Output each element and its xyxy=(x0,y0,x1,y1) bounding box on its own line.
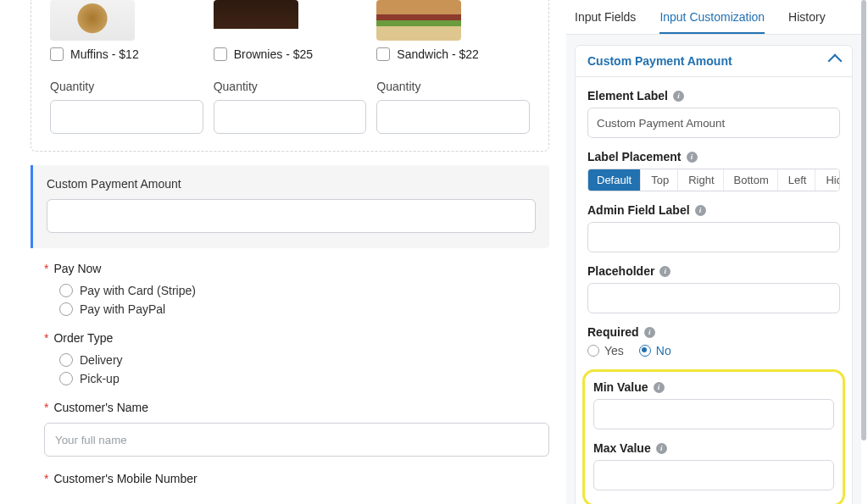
seg-hide-label[interactable]: Hide Label xyxy=(817,169,840,191)
radio-paypal[interactable] xyxy=(59,302,73,316)
product-checkbox[interactable] xyxy=(50,47,64,61)
tab-history[interactable]: History xyxy=(788,10,826,34)
product-card: Brownies - $25 Quantity xyxy=(209,0,372,134)
admin-field-label-input[interactable] xyxy=(587,222,840,252)
product-checkbox[interactable] xyxy=(376,47,390,61)
tab-input-fields[interactable]: Input Fields xyxy=(575,10,636,34)
product-label: Muffins - $12 xyxy=(70,47,139,61)
required-star: * xyxy=(44,331,48,345)
quantity-label: Quantity xyxy=(50,80,203,93)
radio-label: Pay with PayPal xyxy=(80,302,165,316)
required-star: * xyxy=(44,401,48,414)
info-icon[interactable]: i xyxy=(673,91,684,102)
product-label: Brownies - $25 xyxy=(234,47,313,61)
product-image-brownies xyxy=(214,0,298,41)
accordion-custom-payment[interactable]: Custom Payment Amount xyxy=(575,45,853,77)
seg-left[interactable]: Left xyxy=(780,169,816,191)
minmax-highlight: Min Value i Max Value i xyxy=(582,369,845,504)
quantity-input[interactable] xyxy=(214,100,367,134)
quantity-input[interactable] xyxy=(376,100,530,134)
max-value-input[interactable] xyxy=(593,460,834,490)
product-card: Sandwich - $22 Quantity xyxy=(371,0,535,134)
radio-label: Delivery xyxy=(80,353,123,367)
customer-name-label: Customer's Name xyxy=(53,401,148,414)
product-image-sandwich xyxy=(376,0,461,41)
tabs-row: Input Fields Input Customization History xyxy=(566,0,861,35)
label-placement-segmented: Default Top Right Bottom Left Hide Label xyxy=(587,169,840,191)
info-icon[interactable]: i xyxy=(644,327,655,338)
info-icon[interactable]: i xyxy=(695,205,706,216)
custom-payment-input[interactable] xyxy=(47,199,536,233)
radio-label: Pay with Card (Stripe) xyxy=(80,284,196,297)
customer-mobile-label: Customer's Mobile Number xyxy=(53,472,197,485)
admin-field-label-heading: Admin Field Label xyxy=(587,203,690,217)
pay-now-label: Pay Now xyxy=(53,262,101,275)
quantity-label: Quantity xyxy=(376,80,530,93)
custom-payment-title: Custom Payment Amount xyxy=(47,177,536,191)
seg-default[interactable]: Default xyxy=(588,169,641,191)
element-label-heading: Element Label xyxy=(587,89,668,102)
radio-label: Pick-up xyxy=(80,372,120,385)
product-card: Muffins - $12 Quantity xyxy=(45,0,209,134)
min-value-input[interactable] xyxy=(593,399,834,429)
product-image-muffins xyxy=(50,0,135,41)
customer-mobile-section: *Customer's Mobile Number xyxy=(31,472,549,485)
pay-now-section: *Pay Now Pay with Card (Stripe) Pay with… xyxy=(31,262,549,316)
product-checkbox[interactable] xyxy=(214,47,227,61)
settings-panel: Input Fields Input Customization History… xyxy=(566,0,861,504)
products-container: Muffins - $12 Quantity Brownies - $25 Qu… xyxy=(31,0,549,152)
scrollbar[interactable] xyxy=(861,0,866,440)
placeholder-heading: Placeholder xyxy=(587,264,654,278)
info-icon[interactable]: i xyxy=(687,152,698,163)
seg-right[interactable]: Right xyxy=(680,169,723,191)
customer-name-section: *Customer's Name xyxy=(31,401,549,457)
radio-pickup[interactable] xyxy=(59,372,73,385)
product-label: Sandwich - $22 xyxy=(397,47,479,61)
label-placement-heading: Label Placement xyxy=(587,150,682,163)
radio-stripe[interactable] xyxy=(59,284,73,297)
max-value-heading: Max Value xyxy=(593,441,651,455)
custom-payment-field-selected[interactable]: Custom Payment Amount xyxy=(31,165,549,248)
min-value-heading: Min Value xyxy=(593,380,648,394)
accordion-title: Custom Payment Amount xyxy=(587,54,732,68)
required-no[interactable]: No xyxy=(639,344,671,357)
radio-delivery[interactable] xyxy=(59,353,73,367)
quantity-label: Quantity xyxy=(214,80,367,93)
info-icon[interactable]: i xyxy=(659,266,670,277)
required-star: * xyxy=(44,472,48,485)
customer-name-input[interactable] xyxy=(44,423,549,457)
required-yes[interactable]: Yes xyxy=(587,344,624,357)
chevron-up-icon xyxy=(828,54,843,69)
info-icon[interactable]: i xyxy=(656,443,667,454)
required-star: * xyxy=(44,262,48,275)
seg-bottom[interactable]: Bottom xyxy=(726,169,778,191)
element-label-input[interactable] xyxy=(587,108,840,138)
order-type-label: Order Type xyxy=(53,331,113,345)
seg-top[interactable]: Top xyxy=(643,169,678,191)
tab-input-customization[interactable]: Input Customization xyxy=(659,10,765,34)
placeholder-input[interactable] xyxy=(587,283,840,313)
info-icon[interactable]: i xyxy=(654,382,665,393)
required-heading: Required xyxy=(587,325,639,339)
quantity-input[interactable] xyxy=(50,100,203,134)
order-type-section: *Order Type Delivery Pick-up xyxy=(31,331,549,385)
